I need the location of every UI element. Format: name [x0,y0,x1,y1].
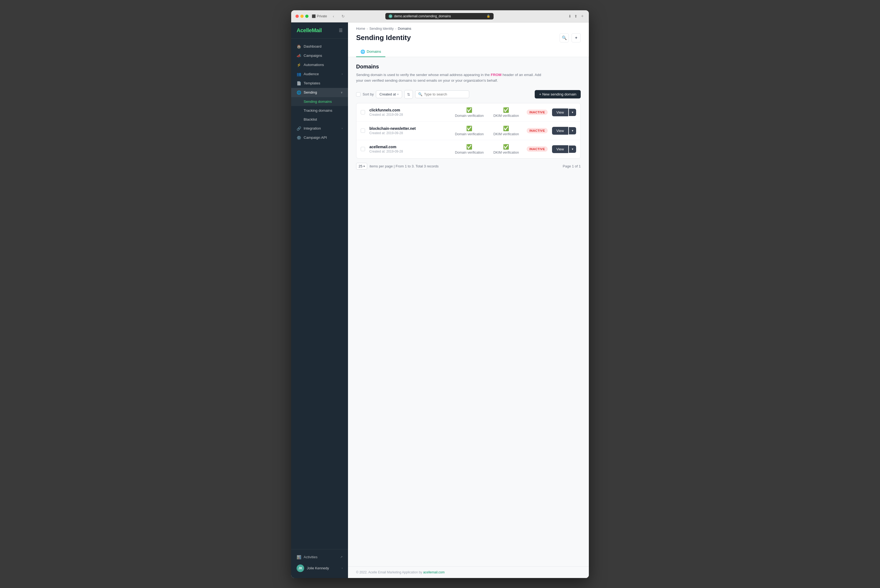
menu-toggle[interactable]: ☰ [339,28,342,33]
view-dropdown-button[interactable]: ▾ [569,146,576,153]
domains-table: clickfunnels.com Created at: 2019-09-28 … [356,103,581,159]
breadcrumb-sending-identity[interactable]: Sending Identity [369,27,394,31]
sidebar-item-sending[interactable]: 🌐 Sending ∨ [291,88,348,97]
view-button[interactable]: View [552,145,568,153]
dkim-label: DKIM verification [493,132,519,136]
domain-info: blockchain-newsletter.net Created at: 20… [369,126,449,135]
view-button[interactable]: View [552,108,568,116]
table-row: clickfunnels.com Created at: 2019-09-28 … [356,104,580,122]
domain-actions: View ▾ [552,127,576,135]
footer-link[interactable]: acellemail.com [423,570,445,574]
search-input[interactable] [424,92,466,96]
domain-date: Created at: 2019-09-28 [369,113,449,117]
sidebar-item-campaigns[interactable]: 📣 Campaigns [291,51,348,60]
check-circle-icon: ✅ [503,107,509,113]
view-button[interactable]: View [552,127,568,135]
search-button[interactable]: 🔍 [560,33,569,42]
sidebar-item-blacklist[interactable]: Blacklist [291,115,348,124]
domain-actions: View ▾ [552,108,576,116]
user-name: Jolie Kennedy [307,566,339,570]
check-circle-icon: ✅ [466,126,472,132]
check-circle-icon: ✅ [503,144,509,150]
row-checkbox[interactable] [361,110,365,114]
pagination-summary: items per page | From 1 to 3. Total 3 re… [369,164,438,168]
sidebar-item-campaign-api[interactable]: ⚙️ Campaign API [291,133,348,142]
sort-field-button[interactable]: Created at ▾ [376,90,402,98]
new-tab-icon[interactable]: ＋ [580,13,584,19]
sidebar-item-audience[interactable]: 👥 Audience › [291,69,348,79]
sidebar-item-integration[interactable]: 🔗 Integration › [291,124,348,133]
breadcrumb-home[interactable]: Home [356,27,365,31]
per-page-select[interactable]: 25 ▾ [356,163,367,170]
row-checkbox[interactable] [361,129,365,133]
sidebar-item-label: Automations [303,63,324,67]
breadcrumb: Home › Sending Identity › Domains [356,27,581,31]
templates-icon: 📄 [297,81,301,86]
search-icon: 🔍 [418,92,422,96]
row-checkbox[interactable] [361,147,365,151]
domain-date: Created at: 2019-09-28 [369,150,449,153]
sidebar-item-label: Integration [303,126,321,130]
sidebar-item-templates[interactable]: 📄 Templates [291,79,348,88]
chevron-down-icon: ▾ [397,93,399,96]
dkim-verification: ✅ DKIM verification [490,126,522,136]
sidebar-item-tracking-domains[interactable]: Tracking domains [291,106,348,115]
page-header: Home › Sending Identity › Domains Sendin… [348,22,589,57]
sidebar-item-sending-domains[interactable]: Sending domains [291,97,348,106]
section-description: Sending domain is used to verify the sen… [356,72,545,84]
sort-direction-button[interactable]: ⇅ [404,90,413,99]
sending-submenu: Sending domains Tracking domains Blackli… [291,97,348,124]
maximize-button[interactable] [305,15,308,18]
dkim-verification: ✅ DKIM verification [490,107,522,118]
share-icon[interactable]: ⬆ [574,14,577,18]
domain-date: Created at: 2019-09-28 [369,131,449,135]
per-page-value: 25 [359,164,362,168]
page-actions: 🔍 ✦ [560,33,581,42]
verification-label: Domain verification [455,132,484,136]
address-bar[interactable]: M demo.acellemail.com/sending_domains 🔒 [385,13,494,20]
user-menu[interactable]: JK Jolie Kennedy › [291,562,348,575]
minimize-button[interactable] [300,15,303,18]
chevron-down-icon: ▾ [363,165,365,168]
sidebar-item-dashboard[interactable]: 🏠 Dashboard [291,42,348,51]
settings-button[interactable]: ✦ [572,33,581,42]
sidebar-logo: AcelleMail ☰ [291,22,348,39]
sidebar-item-label: Sending [303,90,317,94]
sort-field-label: Created at [379,92,396,96]
sending-icon: 🌐 [297,90,301,94]
sidebar-item-automations[interactable]: ⚡ Automations [291,60,348,69]
sidebar-nav: 🏠 Dashboard 📣 Campaigns ⚡ Automations 👥 … [291,39,348,549]
downloads-icon[interactable]: ⬇ [568,14,572,18]
view-dropdown-button[interactable]: ▾ [569,127,576,134]
pagination-bar: 25 ▾ items per page | From 1 to 3. Total… [356,163,581,170]
sidebar-submenu-label: Tracking domains [303,108,332,112]
status-badge: INACTIVE [527,110,548,115]
page-title-row: Sending Identity 🔍 ✦ [356,33,581,42]
check-circle-icon: ✅ [466,144,472,150]
dkim-label: DKIM verification [493,151,519,154]
tabs: 🌐 Domains [356,47,581,57]
close-button[interactable] [296,15,299,18]
table-row: blockchain-newsletter.net Created at: 20… [356,122,580,140]
page-info: Page 1 of 1 [563,164,581,168]
breadcrumb-sep: › [395,27,396,30]
tab-domains[interactable]: 🌐 Domains [356,47,385,57]
breadcrumb-current: Domains [398,27,411,31]
table-row: acellemail.com Created at: 2019-09-28 ✅ … [356,140,580,158]
private-badge: ⬛ Private [312,14,327,18]
toolbar: Sort by Created at ▾ ⇅ 🔍 [356,90,581,99]
chevron-right-icon: › [342,567,342,570]
sidebar-item-activities[interactable]: 📊 Activities ↗ [291,553,348,562]
new-sending-domain-button[interactable]: + New sending domain [535,90,581,99]
activities-icon: 📊 [297,555,301,560]
sidebar-item-label: Audience [303,72,319,76]
status-badge: INACTIVE [527,128,548,134]
sidebar-submenu-label: Blacklist [303,117,317,122]
dkim-verification: ✅ DKIM verification [490,144,522,154]
view-dropdown-button[interactable]: ▾ [569,109,576,116]
select-all-checkbox[interactable] [356,92,360,96]
back-button[interactable]: ‹ [330,13,336,20]
avatar: JK [297,564,304,572]
tab-label: Domains [367,50,381,54]
refresh-button[interactable]: ↻ [340,13,346,20]
